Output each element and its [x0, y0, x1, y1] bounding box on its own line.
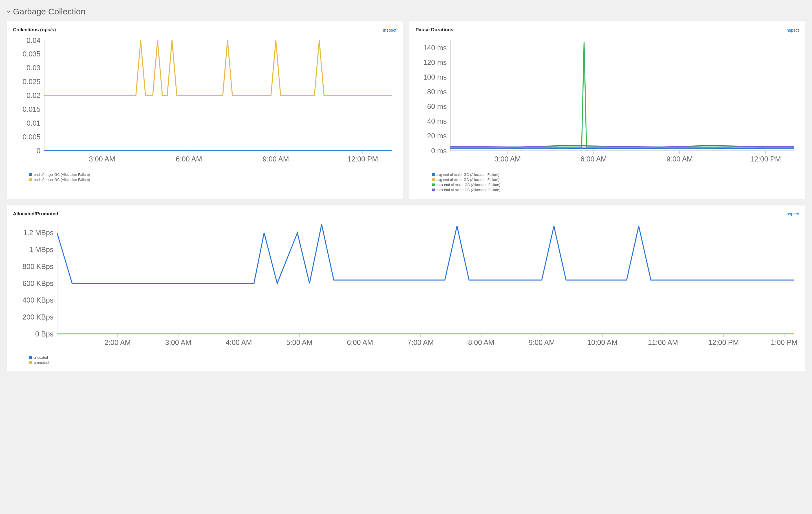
- svg-text:12:00 PM: 12:00 PM: [347, 155, 378, 163]
- page: Garbage Collection Collections (ops/s) I…: [0, 0, 812, 378]
- card-alloc: Allocated/Promoted Inspect 0 Bps200 KBps…: [7, 206, 805, 372]
- card-title-pause: Pause Durations: [415, 27, 453, 33]
- svg-text:0.005: 0.005: [23, 133, 40, 141]
- chart-svg-alloc: 0 Bps200 KBps400 KBps600 KBps800 KBps1 M…: [13, 220, 799, 351]
- svg-text:9:00 AM: 9:00 AM: [262, 155, 289, 163]
- card-collections: Collections (ops/s) Inspect 00.0050.010.…: [7, 22, 403, 199]
- legend-item: end of minor GC (Allocation Failure): [29, 178, 397, 182]
- legend-swatch: [432, 173, 435, 176]
- svg-text:200 KBps: 200 KBps: [23, 313, 54, 321]
- legend-item: allocated: [29, 356, 799, 360]
- chart-row-top: Collections (ops/s) Inspect 00.0050.010.…: [7, 22, 805, 199]
- svg-text:0.035: 0.035: [23, 50, 40, 58]
- svg-text:6:00 AM: 6:00 AM: [176, 155, 202, 163]
- svg-text:0.015: 0.015: [23, 105, 40, 113]
- svg-text:20 ms: 20 ms: [427, 132, 446, 140]
- chart-collections: 00.0050.010.0150.020.0250.030.0350.043:0…: [13, 35, 397, 168]
- chevron-down-icon: [7, 9, 11, 13]
- legend-item: avg end of major GC (Allocation Failure): [432, 173, 799, 177]
- svg-text:100 ms: 100 ms: [423, 73, 447, 81]
- legend-label: promoted: [34, 361, 49, 365]
- chart-svg-collections: 00.0050.010.0150.020.0250.030.0350.043:0…: [13, 35, 397, 168]
- legend-swatch: [432, 179, 435, 181]
- svg-text:3:00 AM: 3:00 AM: [165, 338, 192, 346]
- legend-alloc: allocatedpromoted: [13, 356, 799, 365]
- svg-text:0.025: 0.025: [23, 78, 40, 85]
- legend-label: avg end of major GC (Allocation Failure): [436, 173, 499, 177]
- svg-text:800 KBps: 800 KBps: [23, 262, 54, 270]
- legend-swatch: [29, 179, 32, 181]
- svg-text:9:00 AM: 9:00 AM: [667, 155, 693, 163]
- svg-text:120 ms: 120 ms: [423, 58, 447, 66]
- legend-label: end of major GC (Allocation Failure): [34, 173, 90, 177]
- legend-pause: avg end of major GC (Allocation Failure)…: [415, 173, 799, 192]
- svg-text:11:00 AM: 11:00 AM: [648, 338, 678, 346]
- svg-text:60 ms: 60 ms: [427, 103, 446, 110]
- legend-label: avg end of minor GC (Allocation Failure): [436, 178, 499, 182]
- inspect-link-alloc[interactable]: Inspect: [785, 211, 799, 216]
- legend-swatch: [29, 173, 32, 176]
- svg-text:0.01: 0.01: [27, 119, 40, 127]
- svg-text:6:00 AM: 6:00 AM: [581, 155, 607, 163]
- card-title-collections: Collections (ops/s): [13, 27, 56, 33]
- legend-swatch: [432, 184, 435, 186]
- svg-text:80 ms: 80 ms: [427, 88, 446, 96]
- legend-item: avg end of minor GC (Allocation Failure): [432, 178, 799, 182]
- legend-swatch: [29, 361, 32, 364]
- svg-text:3:00 AM: 3:00 AM: [495, 155, 521, 163]
- svg-text:40 ms: 40 ms: [427, 117, 446, 125]
- svg-text:10:00 AM: 10:00 AM: [587, 338, 617, 346]
- svg-text:1:00 PM: 1:00 PM: [771, 338, 798, 346]
- chart-alloc: 0 Bps200 KBps400 KBps600 KBps800 KBps1 M…: [13, 220, 799, 351]
- inspect-link-collections[interactable]: Inspect: [383, 28, 397, 32]
- svg-text:0.04: 0.04: [27, 36, 40, 44]
- svg-text:8:00 AM: 8:00 AM: [468, 338, 494, 346]
- inspect-link-pause[interactable]: Inspect: [785, 28, 799, 32]
- chart-pause: 0 ms20 ms40 ms60 ms80 ms100 ms120 ms140 …: [415, 35, 799, 168]
- svg-text:0: 0: [37, 147, 40, 155]
- legend-item: max end of minor GC (Allocation Failure): [432, 188, 799, 192]
- svg-text:4:00 AM: 4:00 AM: [226, 338, 252, 346]
- svg-text:1 MBps: 1 MBps: [29, 246, 54, 253]
- legend-item: end of major GC (Allocation Failure): [29, 173, 397, 177]
- svg-text:0 Bps: 0 Bps: [35, 330, 54, 337]
- section-toggle[interactable]: Garbage Collection: [7, 7, 805, 17]
- legend-swatch: [29, 356, 32, 359]
- svg-text:0.03: 0.03: [27, 64, 40, 72]
- svg-text:6:00 AM: 6:00 AM: [347, 338, 373, 346]
- svg-text:7:00 AM: 7:00 AM: [407, 338, 434, 346]
- card-pause: Pause Durations Inspect 0 ms20 ms40 ms60…: [409, 22, 805, 199]
- svg-text:2:00 AM: 2:00 AM: [105, 338, 131, 346]
- svg-text:9:00 AM: 9:00 AM: [529, 338, 555, 346]
- card-title-alloc: Allocated/Promoted: [13, 211, 58, 217]
- svg-text:600 KBps: 600 KBps: [23, 279, 54, 287]
- legend-label: end of minor GC (Allocation Failure): [34, 178, 90, 182]
- legend-collections: end of major GC (Allocation Failure)end …: [13, 173, 397, 182]
- legend-label: allocated: [34, 356, 48, 360]
- legend-item: max end of major GC (Allocation Failure): [432, 183, 799, 187]
- section-title: Garbage Collection: [13, 7, 85, 17]
- legend-item: promoted: [29, 361, 799, 365]
- svg-text:400 KBps: 400 KBps: [23, 296, 54, 304]
- svg-text:0.02: 0.02: [27, 91, 40, 99]
- legend-swatch: [432, 189, 435, 191]
- chart-svg-pause: 0 ms20 ms40 ms60 ms80 ms100 ms120 ms140 …: [415, 35, 799, 168]
- svg-text:0 ms: 0 ms: [431, 147, 446, 155]
- svg-text:5:00 AM: 5:00 AM: [286, 338, 312, 346]
- svg-text:12:00 PM: 12:00 PM: [708, 338, 739, 346]
- svg-text:140 ms: 140 ms: [423, 44, 447, 52]
- legend-label: max end of minor GC (Allocation Failure): [436, 188, 500, 192]
- svg-text:12:00 PM: 12:00 PM: [750, 155, 781, 163]
- legend-label: max end of major GC (Allocation Failure): [436, 183, 500, 187]
- svg-text:1.2 MBps: 1.2 MBps: [23, 228, 54, 237]
- svg-text:3:00 AM: 3:00 AM: [89, 155, 115, 163]
